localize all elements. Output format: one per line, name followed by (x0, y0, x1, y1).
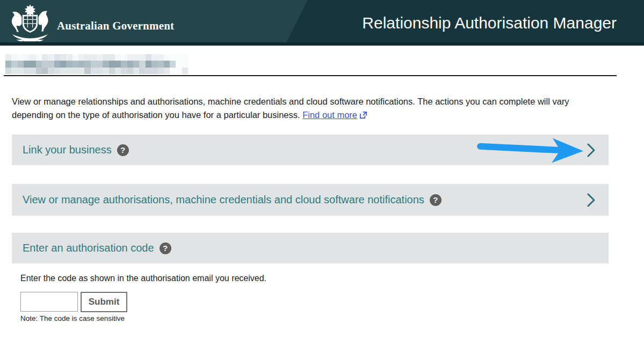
redaction-pixel (11, 54, 17, 61)
case-sensitive-note: Note: The code is case sensitive (20, 314, 125, 322)
redaction-pixel (42, 68, 48, 74)
redaction-pixel (121, 54, 127, 61)
accordion-label: View or manage authorisations, machine c… (23, 194, 424, 206)
redaction-pixel (18, 61, 24, 67)
redaction-pixel (54, 54, 60, 61)
redaction-pixel (103, 61, 108, 67)
gov-label: Australian Government (57, 19, 174, 33)
redaction-pixel (182, 68, 188, 74)
redaction-pixel (97, 54, 103, 61)
redaction-pixel (11, 68, 17, 74)
redaction-pixel (151, 54, 157, 61)
redaction-pixel (30, 61, 35, 67)
redaction-pixel (78, 61, 84, 67)
redaction-pixel (182, 61, 188, 67)
redaction-pixel (115, 68, 121, 74)
redaction-pixel (60, 54, 66, 61)
redaction-pixel (66, 54, 72, 61)
redaction-pixel (73, 61, 78, 67)
help-icon[interactable]: ? (160, 242, 171, 254)
redaction-pixel (176, 61, 182, 67)
redaction-pixel (78, 54, 84, 61)
redaction-pixel (157, 68, 163, 74)
redaction-pixel (48, 61, 54, 67)
redaction-pixel (139, 61, 145, 67)
chevron-right-icon (587, 193, 596, 207)
chevron-right-icon (587, 143, 596, 157)
redaction-pixel (42, 61, 48, 67)
redaction-pixel (157, 54, 163, 61)
redaction-pixel (103, 68, 108, 74)
redaction-pixel (48, 54, 54, 61)
redaction-pixel (84, 54, 90, 61)
redaction-pixel (151, 68, 157, 74)
redaction-pixel (115, 54, 121, 61)
redaction-pixel (139, 54, 145, 61)
accordion-view-or-manage[interactable]: View or manage authorisations, machine c… (12, 184, 609, 216)
redaction-pixel (36, 68, 42, 74)
accordion-enter-auth-code[interactable]: Enter an authorisation code ? (12, 233, 609, 263)
redaction-pixel (139, 68, 145, 74)
accordion-link-your-business[interactable]: Link your business ? (12, 135, 609, 165)
redaction-pixel (164, 61, 170, 67)
redaction-pixel (97, 61, 103, 67)
redaction-pixel (30, 54, 35, 61)
redaction-pixel (18, 54, 24, 61)
redaction-pixel (121, 68, 127, 74)
redaction-pixel (73, 68, 78, 74)
find-out-more-link[interactable]: Find out more (302, 110, 367, 120)
redaction-pixel (127, 61, 133, 67)
redaction-pixel (157, 61, 163, 67)
submit-button[interactable]: Submit (81, 292, 127, 312)
redaction-pixel (78, 68, 84, 74)
auth-code-instruction: Enter the code as shown in the authorisa… (20, 274, 266, 283)
redaction-pixel (109, 61, 115, 67)
redaction-pixel (54, 61, 60, 67)
redaction-pixel (103, 54, 108, 61)
redaction-pixel (146, 68, 151, 74)
help-icon[interactable]: ? (117, 144, 129, 156)
redaction-pixel (5, 54, 11, 61)
redaction-pixel (170, 68, 176, 74)
redaction-pixel (164, 68, 170, 74)
redaction-pixel (24, 54, 30, 61)
page-root: Australian Government Relationship Autho… (0, 0, 644, 346)
redaction-pixel (133, 61, 139, 67)
redaction-pixel (146, 54, 151, 61)
redaction-pixel (121, 61, 127, 67)
accordion-label: Enter an authorisation code (23, 242, 154, 254)
intro-paragraph: View or manage relationships and authori… (12, 95, 594, 122)
redaction-pixel (24, 61, 30, 67)
redaction-pixel (24, 68, 30, 74)
redaction-pixel (91, 68, 97, 74)
auth-code-input[interactable] (20, 292, 78, 312)
redaction-pixel (5, 68, 11, 74)
app-title: Relationship Authorisation Manager (362, 14, 617, 32)
redaction-pixel (73, 54, 78, 61)
redaction-pixel (182, 54, 188, 61)
redaction-pixel (133, 54, 139, 61)
redaction-pixel (60, 68, 66, 74)
header-banner-bottom-strip (0, 42, 644, 46)
help-icon[interactable]: ? (430, 194, 442, 206)
redaction-pixel (84, 61, 90, 67)
redaction-pixel (48, 68, 54, 74)
redaction-pixel (176, 68, 182, 74)
redaction-pixel (151, 61, 157, 67)
redaction-pixel (60, 61, 66, 67)
redaction-pixel (30, 68, 35, 74)
redaction-pixel (66, 68, 72, 74)
redaction-pixel (18, 68, 24, 74)
redaction-pixel (36, 61, 42, 67)
find-out-more-label: Find out more (302, 110, 357, 120)
redaction-pixel (36, 54, 42, 61)
intro-text: View or manage relationships and authori… (12, 97, 569, 120)
redaction-pixel (97, 68, 103, 74)
coat-of-arms-icon (5, 4, 55, 41)
redaction-pixel (164, 54, 170, 61)
redaction-pixel (109, 54, 115, 61)
redaction-pixel (66, 61, 72, 67)
redacted-username (5, 54, 188, 74)
redaction-pixel (11, 61, 17, 67)
redaction-pixel (146, 61, 151, 67)
